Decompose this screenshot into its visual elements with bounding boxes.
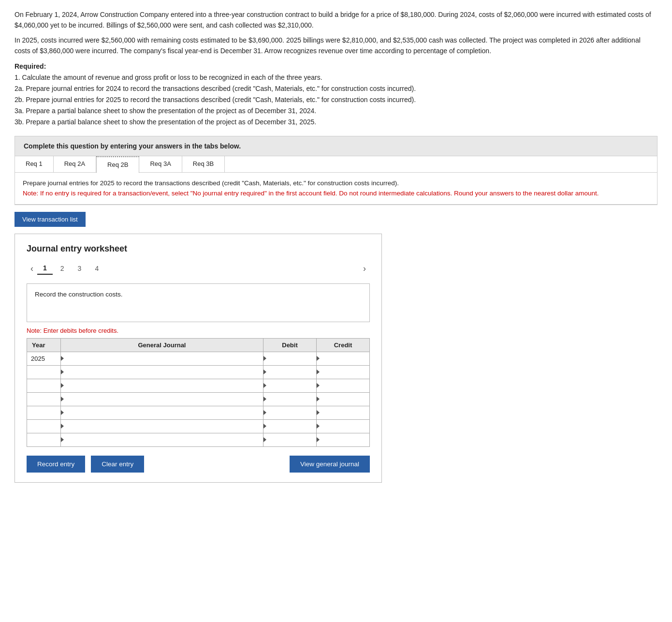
- col-header-credit: Credit: [317, 338, 370, 352]
- col-header-year: Year: [27, 338, 61, 352]
- journal-cell-3[interactable]: [61, 379, 263, 392]
- debit-input-1[interactable]: [263, 352, 316, 365]
- year-cell-7: [27, 433, 61, 446]
- journal-cell-2[interactable]: [61, 365, 263, 379]
- page-1[interactable]: 1: [37, 262, 53, 275]
- required-item-3a: 3a. Prepare a partial balance sheet to s…: [15, 106, 657, 116]
- credit-cell-7[interactable]: [317, 433, 370, 446]
- worksheet-title: Journal entry worksheet: [27, 244, 370, 254]
- tab-req3b[interactable]: Req 3B: [182, 156, 225, 172]
- year-cell-4: [27, 392, 61, 406]
- required-item-3b: 3b. Prepare a partial balance sheet to s…: [15, 117, 657, 127]
- debit-input-7[interactable]: [263, 433, 316, 446]
- debit-cell-6[interactable]: [263, 419, 317, 433]
- page-prev-arrow[interactable]: ‹: [27, 262, 37, 276]
- record-description-box: Record the construction costs.: [27, 283, 370, 322]
- problem-text: On February 1, 2024, Arrow Construction …: [15, 10, 657, 127]
- credit-input-5[interactable]: [317, 406, 369, 419]
- journal-cell-1[interactable]: [61, 352, 263, 365]
- year-cell-5: [27, 406, 61, 419]
- credit-cell-2[interactable]: [317, 365, 370, 379]
- view-general-journal-button[interactable]: View general journal: [290, 456, 370, 473]
- required-label: Required:: [15, 61, 657, 72]
- journal-cell-6[interactable]: [61, 419, 263, 433]
- instructions-box: Prepare journal entries for 2025 to reco…: [15, 173, 657, 205]
- page-2[interactable]: 2: [55, 263, 70, 274]
- tab-req2a[interactable]: Req 2A: [54, 156, 96, 172]
- tab-req1[interactable]: Req 1: [15, 156, 54, 172]
- table-row: [27, 419, 370, 433]
- page-3[interactable]: 3: [72, 263, 88, 274]
- table-row: [27, 365, 370, 379]
- required-item-2a: 2a. Prepare journal entries for 2024 to …: [15, 84, 657, 94]
- journal-input-4[interactable]: [61, 393, 263, 406]
- debit-input-4[interactable]: [263, 393, 316, 406]
- journal-input-2[interactable]: [61, 366, 263, 379]
- credit-input-2[interactable]: [317, 366, 369, 379]
- record-entry-button[interactable]: Record entry: [27, 456, 85, 473]
- debit-input-5[interactable]: [263, 406, 316, 419]
- required-item-2b: 2b. Prepare journal entries for 2025 to …: [15, 95, 657, 105]
- credit-input-4[interactable]: [317, 393, 369, 406]
- debit-input-3[interactable]: [263, 379, 316, 392]
- credit-input-1[interactable]: [317, 352, 369, 365]
- complete-box: Complete this question by entering your …: [15, 136, 657, 156]
- credit-cell-5[interactable]: [317, 406, 370, 419]
- debit-cell-2[interactable]: [263, 365, 317, 379]
- tabs-container: Req 1 Req 2A Req 2B Req 3A Req 3B Prepar…: [15, 156, 657, 205]
- debit-note: Note: Enter debits before credits.: [27, 327, 370, 334]
- paragraph-2: In 2025, costs incurred were $2,560,000 …: [15, 35, 657, 56]
- required-item-1: 1. Calculate the amount of revenue and g…: [15, 73, 657, 83]
- table-row: [27, 379, 370, 392]
- table-row: [27, 433, 370, 446]
- debit-cell-3[interactable]: [263, 379, 317, 392]
- instructions-main: Prepare journal entries for 2025 to reco…: [23, 179, 399, 187]
- journal-input-1[interactable]: [61, 352, 263, 365]
- journal-cell-5[interactable]: [61, 406, 263, 419]
- page-4[interactable]: 4: [89, 263, 104, 274]
- table-row: [27, 392, 370, 406]
- col-header-debit: Debit: [263, 338, 317, 352]
- clear-entry-button[interactable]: Clear entry: [91, 456, 144, 473]
- tabs-row: Req 1 Req 2A Req 2B Req 3A Req 3B: [15, 156, 657, 173]
- paragraph-1: On February 1, 2024, Arrow Construction …: [15, 10, 657, 30]
- credit-cell-6[interactable]: [317, 419, 370, 433]
- page-next-arrow[interactable]: ›: [359, 262, 370, 276]
- credit-input-3[interactable]: [317, 379, 369, 392]
- debit-cell-7[interactable]: [263, 433, 317, 446]
- journal-input-3[interactable]: [61, 379, 263, 392]
- tab-req2b[interactable]: Req 2B: [96, 156, 139, 173]
- debit-input-2[interactable]: [263, 366, 316, 379]
- debit-cell-5[interactable]: [263, 406, 317, 419]
- journal-cell-4[interactable]: [61, 392, 263, 406]
- journal-worksheet: Journal entry worksheet ‹ 1 2 3 4 › Reco…: [15, 234, 382, 483]
- required-list: 1. Calculate the amount of revenue and g…: [15, 73, 657, 127]
- tab-req3a[interactable]: Req 3A: [139, 156, 182, 172]
- debit-cell-1[interactable]: [263, 352, 317, 365]
- journal-input-7[interactable]: [61, 433, 263, 446]
- year-cell-2: [27, 365, 61, 379]
- debit-input-6[interactable]: [263, 420, 316, 433]
- year-cell-3: [27, 379, 61, 392]
- debit-cell-4[interactable]: [263, 392, 317, 406]
- pagination-row: ‹ 1 2 3 4 ›: [27, 262, 370, 276]
- col-header-journal: General Journal: [61, 338, 263, 352]
- table-row: [27, 406, 370, 419]
- table-row: 2025: [27, 352, 370, 365]
- year-cell-1: 2025: [27, 352, 61, 365]
- view-transaction-button[interactable]: View transaction list: [15, 212, 86, 227]
- bottom-buttons: Record entry Clear entry View general jo…: [27, 456, 370, 473]
- credit-cell-3[interactable]: [317, 379, 370, 392]
- required-section: Required: 1. Calculate the amount of rev…: [15, 61, 657, 128]
- journal-input-5[interactable]: [61, 406, 263, 419]
- credit-input-6[interactable]: [317, 420, 369, 433]
- record-description-text: Record the construction costs.: [35, 291, 123, 298]
- journal-input-6[interactable]: [61, 420, 263, 433]
- year-cell-6: [27, 419, 61, 433]
- credit-cell-4[interactable]: [317, 392, 370, 406]
- credit-input-7[interactable]: [317, 433, 369, 446]
- instructions-note: Note: If no entry is required for a tran…: [23, 190, 599, 197]
- journal-cell-7[interactable]: [61, 433, 263, 446]
- journal-table: Year General Journal Debit Credit 2025: [27, 338, 370, 447]
- credit-cell-1[interactable]: [317, 352, 370, 365]
